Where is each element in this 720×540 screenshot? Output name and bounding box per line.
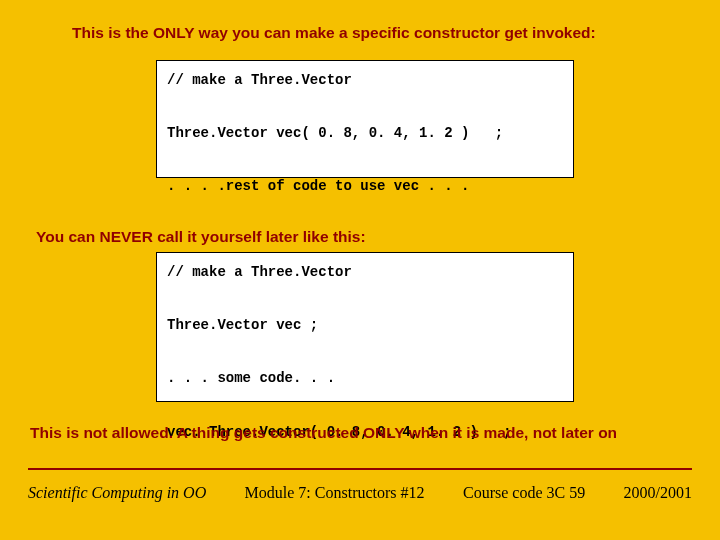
heading-never-call: You can NEVER call it yourself later lik… [36,228,366,246]
footer-course: Course code 3C 59 [463,484,585,502]
code-box-wrong: // make a Three.Vector Three.Vector vec … [156,252,574,402]
code-box-correct: // make a Three.Vector Three.Vector vec(… [156,60,574,178]
footer-divider [28,468,692,470]
footer-bar: Scientific Computing in OO Module 7: Con… [28,484,692,502]
footer-mid: Module 7: Constructors #12 [245,484,425,502]
footer-left: Scientific Computing in OO [28,484,206,502]
footer-year: 2000/2001 [624,484,692,502]
heading-only-way: This is the ONLY way you can make a spec… [72,24,682,42]
heading-not-allowed: This is not allowed. A thing gets constr… [30,424,700,442]
